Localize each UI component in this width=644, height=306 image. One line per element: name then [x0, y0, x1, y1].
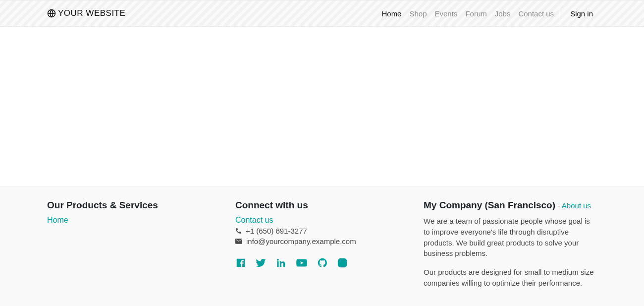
- footer-col-products: Our Products & Services Home: [47, 200, 220, 289]
- nav-shop[interactable]: Shop: [405, 2, 430, 25]
- nav-forum[interactable]: Forum: [461, 2, 490, 25]
- footer-email-text: info@yourcompany.example.com: [246, 237, 356, 245]
- phone-icon: [235, 228, 242, 234]
- facebook-icon[interactable]: [235, 257, 246, 270]
- header: YOUR WEBSITE Home Shop Events Forum Jobs…: [0, 0, 644, 27]
- footer-heading-connect: Connect with us: [235, 200, 409, 211]
- instagram-icon[interactable]: [337, 257, 348, 270]
- company-desc-1: We are a team of passionate people whose…: [424, 216, 597, 259]
- nav-signin[interactable]: Sign in: [566, 2, 597, 25]
- footer-link-home[interactable]: Home: [47, 216, 68, 224]
- nav-contact[interactable]: Contact us: [514, 2, 558, 25]
- main-nav: Home Shop Events Forum Jobs Contact us S…: [377, 2, 597, 25]
- footer-heading-products: Our Products & Services: [47, 200, 220, 211]
- footer-phone: +1 (650) 691-3277: [235, 227, 409, 235]
- main-content: [0, 27, 644, 186]
- nav-events[interactable]: Events: [431, 2, 462, 25]
- footer-contact-link[interactable]: Contact us: [235, 216, 273, 224]
- footer-upper: Our Products & Services Home Connect wit…: [0, 186, 644, 304]
- globe-icon: [47, 9, 56, 18]
- nav-divider: [562, 7, 562, 19]
- footer-col-connect: Connect with us Contact us +1 (650) 691-…: [235, 200, 409, 289]
- svg-point-2: [340, 261, 344, 264]
- footer-lower: Copyright © My Company (San Francisco) P…: [0, 304, 644, 306]
- company-desc-2: Our products are designed for small to m…: [424, 267, 597, 289]
- twitter-icon[interactable]: [255, 257, 267, 271]
- github-icon[interactable]: [317, 257, 328, 270]
- youtube-icon[interactable]: [295, 256, 308, 271]
- footer-col-company: My Company (San Francisco) - About us We…: [424, 200, 597, 289]
- footer-phone-text: +1 (650) 691-3277: [246, 227, 307, 235]
- about-sep: -: [558, 201, 562, 210]
- brand-text: YOUR WEBSITE: [58, 8, 125, 18]
- nav-jobs[interactable]: Jobs: [491, 2, 515, 25]
- about-us-link[interactable]: About us: [562, 201, 591, 210]
- nav-home[interactable]: Home: [377, 2, 405, 25]
- company-name: My Company (San Francisco): [424, 200, 555, 210]
- footer-email: info@yourcompany.example.com: [235, 237, 409, 245]
- social-links: [235, 256, 409, 271]
- brand-logo[interactable]: YOUR WEBSITE: [47, 8, 125, 18]
- linkedin-icon[interactable]: [275, 257, 286, 270]
- svg-point-3: [344, 260, 345, 261]
- envelope-icon: [235, 239, 242, 244]
